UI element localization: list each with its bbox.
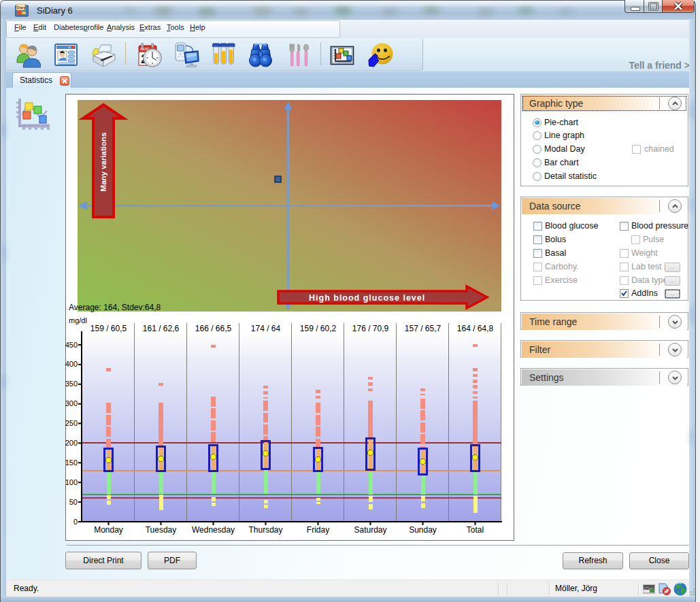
svg-text:Diary: Diary <box>17 5 26 10</box>
svg-text:High blood glucose level: High blood glucose level <box>309 293 425 303</box>
svg-text:Many variations: Many variations <box>99 133 107 192</box>
